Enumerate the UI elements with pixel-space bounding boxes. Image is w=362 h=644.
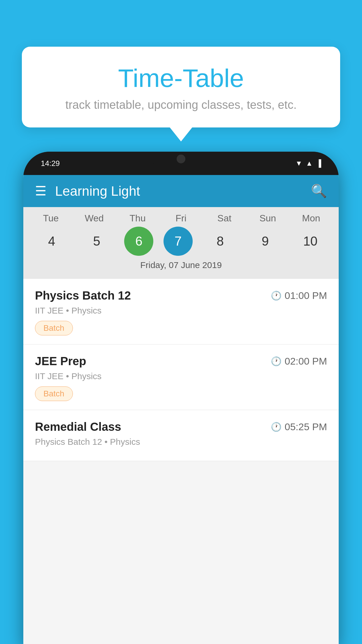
- hamburger-icon[interactable]: ☰: [35, 185, 46, 197]
- search-icon[interactable]: 🔍: [311, 183, 327, 199]
- tooltip-card: Time-Table track timetable, upcoming cla…: [22, 47, 340, 127]
- day-header-thu: Thu: [120, 213, 155, 224]
- class-item-2[interactable]: JEE Prep 🕐 02:00 PM IIT JEE • Physics Ba…: [23, 344, 339, 410]
- app-screen: ☰ Learning Light 🔍 Tue Wed Thu Fri Sat S…: [23, 175, 339, 644]
- tooltip-subtitle: track timetable, upcoming classes, tests…: [42, 98, 320, 111]
- day-7-selected[interactable]: 7: [164, 227, 193, 256]
- signal-icon: ▲: [306, 159, 313, 167]
- battery-icon: ▐: [316, 159, 321, 167]
- status-bar: 14:29 ▼ ▲ ▐: [23, 152, 339, 175]
- day-6-today[interactable]: 6: [124, 227, 153, 256]
- clock-icon-1: 🕐: [271, 290, 282, 301]
- class-meta-3: Physics Batch 12 • Physics: [35, 437, 327, 447]
- status-icons: ▼ ▲ ▐: [295, 159, 321, 167]
- day-header-tue: Tue: [33, 213, 68, 224]
- class-item-3-header: Remedial Class 🕐 05:25 PM: [35, 420, 327, 433]
- day-9[interactable]: 9: [248, 227, 283, 256]
- batch-badge-2: Batch: [35, 386, 73, 401]
- class-name-3: Remedial Class: [35, 420, 121, 433]
- day-10[interactable]: 10: [293, 227, 328, 256]
- app-bar: ☰ Learning Light 🔍: [23, 175, 339, 207]
- day-header-mon: Mon: [294, 213, 328, 224]
- camera-notch: [177, 155, 185, 163]
- class-item-1-header: Physics Batch 12 🕐 01:00 PM: [35, 289, 327, 302]
- day-headers: Tue Wed Thu Fri Sat Sun Mon: [23, 213, 339, 224]
- calendar-strip: Tue Wed Thu Fri Sat Sun Mon 4 5 6 7 8 9 …: [23, 207, 339, 279]
- day-header-fri: Fri: [164, 213, 198, 224]
- app-bar-title: Learning Light: [55, 183, 302, 199]
- class-name-2: JEE Prep: [35, 355, 86, 368]
- status-time: 14:29: [41, 159, 60, 168]
- day-5[interactable]: 5: [79, 227, 114, 256]
- class-item-1[interactable]: Physics Batch 12 🕐 01:00 PM IIT JEE • Ph…: [23, 279, 339, 344]
- class-name-1: Physics Batch 12: [35, 289, 131, 302]
- day-4[interactable]: 4: [34, 227, 69, 256]
- tooltip-title: Time-Table: [42, 64, 320, 92]
- day-header-wed: Wed: [77, 213, 112, 224]
- wifi-icon: ▼: [295, 159, 302, 167]
- day-header-sun: Sun: [250, 213, 285, 224]
- class-time-1: 🕐 01:00 PM: [271, 290, 327, 301]
- day-header-sat: Sat: [207, 213, 242, 224]
- class-list: Physics Batch 12 🕐 01:00 PM IIT JEE • Ph…: [23, 279, 339, 461]
- clock-icon-2: 🕐: [271, 356, 282, 366]
- class-meta-2: IIT JEE • Physics: [35, 371, 327, 381]
- day-numbers: 4 5 6 7 8 9 10: [23, 227, 339, 256]
- class-time-2: 🕐 02:00 PM: [271, 356, 327, 367]
- class-item-3[interactable]: Remedial Class 🕐 05:25 PM Physics Batch …: [23, 410, 339, 461]
- class-item-2-header: JEE Prep 🕐 02:00 PM: [35, 355, 327, 368]
- clock-icon-3: 🕐: [271, 422, 282, 432]
- class-time-3: 🕐 05:25 PM: [271, 421, 327, 433]
- phone-mockup: 14:29 ▼ ▲ ▐ ☰ Learning Light 🔍 Tue Wed T…: [23, 152, 339, 644]
- selected-date-label: Friday, 07 June 2019: [23, 256, 339, 276]
- batch-badge-1: Batch: [35, 321, 73, 335]
- class-meta-1: IIT JEE • Physics: [35, 306, 327, 316]
- day-8[interactable]: 8: [203, 227, 238, 256]
